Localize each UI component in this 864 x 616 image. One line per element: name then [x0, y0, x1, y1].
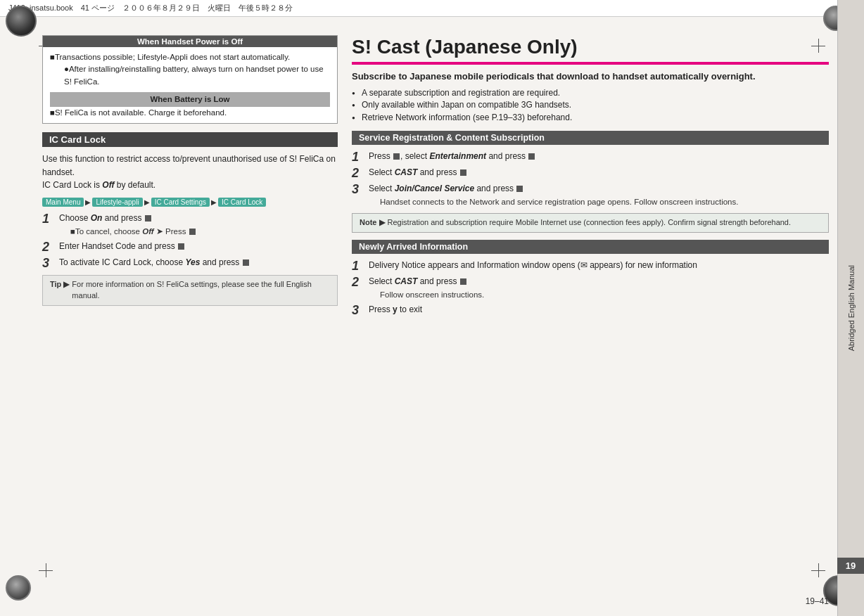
ic-card-lock-body: Use this function to restrict access to/…	[42, 153, 338, 192]
service-step3-sub: Handset connects to the Network and serv…	[380, 196, 829, 207]
service-step-content-3: Select Join/Cancel Service and press Han…	[369, 183, 829, 207]
page-container: J410_insatsu.book 41 ページ ２００６年８月２９日 火曜日 …	[0, 0, 864, 616]
page-title: S! Cast (Japanese Only)	[352, 35, 829, 65]
battery-header: When Battery is Low	[50, 92, 330, 107]
ic-step2-text: Enter Handset Code and press	[59, 241, 185, 251]
service-step-num-3: 3	[352, 183, 364, 195]
newly-arrived-section: Newly Arrived Information 1 Delivery Not…	[352, 240, 829, 316]
corner-circle-bl	[6, 575, 31, 601]
ic-step-2: 2 Enter Handset Code and press	[42, 240, 338, 253]
service-step-content-1: Press , select Entertainment and press	[369, 150, 829, 162]
ic-step-number-2: 2	[42, 240, 55, 253]
page-number-bottom: 19–41	[806, 596, 829, 606]
ic-card-lock-section: IC Card Lock Use this function to restri…	[42, 132, 338, 306]
service-step-1: 1 Press , select Entertainment and press	[352, 150, 829, 163]
newly-step-2: 2 Select CAST and press Follow onscreen …	[352, 276, 829, 300]
sidebar-label: Abridged English Manual	[847, 265, 856, 351]
newly-step-1: 1 Delivery Notice appears and Informatio…	[352, 259, 829, 272]
ic-step-content-3: To activate IC Card Lock, choose Yes and…	[59, 257, 338, 269]
corner-circle-tl	[6, 6, 37, 37]
right-column: S! Cast (Japanese Only) Subscribe to Jap…	[352, 35, 829, 581]
breadcrumb-ic-settings: IC Card Settings	[151, 198, 210, 207]
tip-label: Tip ▶	[50, 279, 69, 290]
note-text: Registration and subscription require Mo…	[388, 217, 792, 229]
service-step-num-2: 2	[352, 167, 364, 179]
ic-steps-list: 1 Choose On and press ■To cancel, choose…	[42, 212, 338, 269]
ic-step-3: 3 To activate IC Card Lock, choose Yes a…	[42, 257, 338, 269]
newly-step2-text: Select CAST and press	[369, 276, 467, 286]
ic-body1: Use this function to restrict access to/…	[42, 153, 338, 179]
handset-power-header: When Handset Power is Off	[43, 36, 337, 47]
intro-bullet-3: Retrieve Network information (see P.19–3…	[352, 112, 829, 124]
breadcrumb-arrow-3: ▶	[211, 198, 217, 206]
power-line1: ■Transactions possible; Lifestyle-Appli …	[50, 51, 330, 63]
right-sidebar: Abridged English Manual 19	[837, 0, 864, 616]
intro-text: Subscribe to Japanese mobile periodicals…	[352, 70, 829, 83]
newly-step-content-3: Press y to exit	[369, 304, 829, 316]
tip-box: Tip ▶ For more information on S! FeliCa …	[42, 275, 338, 306]
service-step-num-1: 1	[352, 150, 364, 163]
service-steps-list: 1 Press , select Entertainment and press…	[352, 150, 829, 207]
corner-bl	[6, 575, 41, 610]
breadcrumb-row: Main Menu ▶ Lifestyle-appli ▶ IC Card Se…	[42, 198, 338, 207]
service-step-content-2: Select CAST and press	[369, 167, 829, 179]
breadcrumb-ic-lock: IC Card Lock	[218, 198, 266, 207]
ic-step-content-1: Choose On and press ■To cancel, choose O…	[59, 212, 338, 237]
newly-step-num-2: 2	[352, 276, 364, 288]
ic-step1-text: Choose On and press	[59, 213, 152, 223]
service-section: Service Registration & Content Subscript…	[352, 131, 829, 233]
ic-step-number-3: 3	[42, 257, 55, 269]
intro-bullet-1: A separate subscription and registration…	[352, 87, 829, 99]
service-step-3: 3 Select Join/Cancel Service and press H…	[352, 183, 829, 207]
service-step1-text: Press , select Entertainment and press	[369, 151, 535, 161]
newly-step2-sub: Follow onscreen instructions.	[380, 289, 829, 300]
ic-step-number-1: 1	[42, 212, 55, 225]
newly-step3-text: Press y to exit	[369, 304, 422, 314]
newly-step-content-2: Select CAST and press Follow onscreen in…	[369, 276, 829, 300]
newly-step-num-1: 1	[352, 259, 364, 272]
page-number-box: 19	[837, 558, 864, 574]
ic-step-1: 1 Choose On and press ■To cancel, choose…	[42, 212, 338, 237]
left-column: When Handset Power is Off ■Transactions …	[42, 35, 338, 581]
note-label: Note ▶	[360, 217, 385, 229]
intro-bullets: A separate subscription and registration…	[352, 87, 829, 124]
ic-step1-sub: ■To cancel, choose Off ➤ Press	[70, 226, 338, 237]
newly-arrived-header: Newly Arrived Information	[352, 240, 829, 254]
newly-arrived-steps: 1 Delivery Notice appears and Informatio…	[352, 259, 829, 316]
handset-power-content: ■Transactions possible; Lifestyle-Appli …	[43, 47, 337, 123]
newly-step-3: 3 Press y to exit	[352, 304, 829, 316]
breadcrumb-main-menu: Main Menu	[42, 198, 84, 207]
ic-card-lock-title: IC Card Lock	[42, 132, 338, 147]
battery-line: ■S! FeliCa is not available. Charge it b…	[50, 107, 330, 119]
note-box: Note ▶ Registration and subscription req…	[352, 213, 829, 233]
ic-body2: IC Card Lock is Off by default.	[42, 179, 338, 192]
intro-bullet-2: Only available within Japan on compatibl…	[352, 99, 829, 111]
breadcrumb-lifestyle: Lifestyle-appli	[92, 198, 142, 207]
tip-text: For more information on S! FeliCa settin…	[72, 279, 330, 302]
handset-power-box: When Handset Power is Off ■Transactions …	[42, 35, 338, 124]
header-text: J410_insatsu.book 41 ページ ２００６年８月２９日 火曜日 …	[8, 3, 293, 13]
service-step3-text: Select Join/Cancel Service and press	[369, 184, 523, 193]
newly-step-num-3: 3	[352, 304, 364, 316]
service-step2-text: Select CAST and press	[369, 167, 467, 177]
ic-step3-text: To activate IC Card Lock, choose Yes and…	[59, 257, 250, 267]
breadcrumb-arrow-1: ▶	[85, 198, 91, 206]
header-bar: J410_insatsu.book 41 ページ ２００６年８月２９日 火曜日 …	[0, 0, 864, 17]
newly-step-content-1: Delivery Notice appears and Information …	[369, 259, 829, 271]
power-line2: ●After installing/reinstalling battery, …	[64, 63, 330, 88]
breadcrumb-arrow-2: ▶	[144, 198, 150, 206]
service-step-2: 2 Select CAST and press	[352, 167, 829, 179]
newly-step1-text: Delivery Notice appears and Information …	[369, 260, 697, 270]
service-header: Service Registration & Content Subscript…	[352, 131, 829, 145]
corner-tl	[6, 6, 41, 41]
ic-step-content-2: Enter Handset Code and press	[59, 240, 338, 252]
main-content: When Handset Power is Off ■Transactions …	[42, 35, 829, 581]
